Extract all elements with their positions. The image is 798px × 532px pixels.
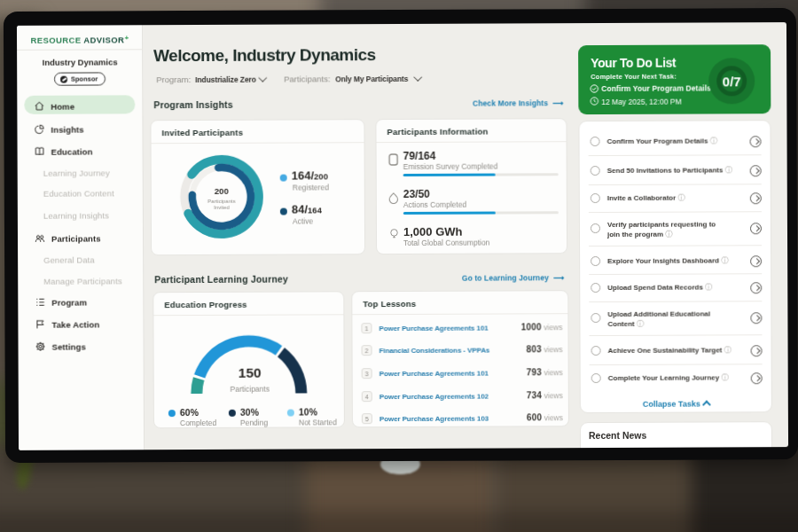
svg-text:Participants: Participants xyxy=(207,199,235,204)
svg-text:Invited: Invited xyxy=(214,205,230,210)
svg-text:200: 200 xyxy=(215,186,229,196)
